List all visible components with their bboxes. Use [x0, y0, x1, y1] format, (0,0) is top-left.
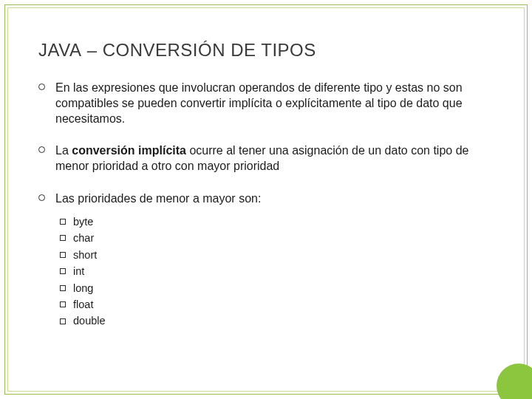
slide-content: JAVA – CONVERSIÓN DE TIPOS En las expres…	[7, 7, 525, 392]
priority-label: char	[73, 230, 94, 246]
priority-label: double	[73, 313, 106, 329]
priority-label: short	[73, 247, 97, 263]
bullet-text: La conversión implícita ocurre al tener …	[55, 143, 494, 174]
priority-label: byte	[73, 214, 93, 230]
square-bullet-icon	[60, 268, 66, 274]
circle-bullet-icon	[38, 83, 45, 90]
list-item: En las expresiones que involucran operan…	[38, 80, 494, 126]
title-word1-rest: AVA	[48, 40, 82, 60]
bullet-prefix: La	[55, 144, 72, 157]
list-item: int	[60, 263, 494, 279]
bullet-bold: conversión implícita	[72, 144, 186, 157]
bullet-lead: Las prioridades de menor a mayor son:	[55, 192, 261, 205]
title-sep: –	[81, 40, 102, 60]
list-item: float	[60, 296, 494, 313]
priority-label: long	[73, 280, 93, 296]
square-bullet-icon	[60, 301, 66, 307]
priority-label: float	[73, 296, 93, 313]
square-bullet-icon	[60, 318, 66, 324]
slide-title: JAVA – CONVERSIÓN DE TIPOS	[38, 40, 494, 61]
circle-bullet-icon	[38, 194, 45, 201]
list-item: Las prioridades de menor a mayor son: by…	[38, 191, 494, 330]
title-word2: CONVERSIÓN DE TIPOS	[103, 40, 316, 60]
title-word1-first: J	[38, 40, 48, 60]
circle-bullet-icon	[38, 146, 45, 153]
square-bullet-icon	[60, 252, 66, 258]
square-bullet-icon	[60, 219, 66, 225]
list-item: byte	[60, 214, 494, 230]
list-item: La conversión implícita ocurre al tener …	[38, 143, 494, 174]
square-bullet-icon	[60, 285, 66, 291]
priority-label: int	[73, 263, 84, 279]
list-item: long	[60, 280, 494, 296]
bullet-text: En las expresiones que involucran operan…	[55, 80, 494, 126]
square-bullet-icon	[60, 235, 66, 241]
bullet-text: Las prioridades de menor a mayor son: by…	[55, 191, 494, 330]
list-item: double	[60, 313, 494, 329]
list-item: short	[60, 247, 494, 263]
priority-sub-list: byte char short int	[55, 206, 494, 330]
list-item: char	[60, 230, 494, 246]
main-bullet-list: En las expresiones que involucran operan…	[38, 80, 494, 330]
